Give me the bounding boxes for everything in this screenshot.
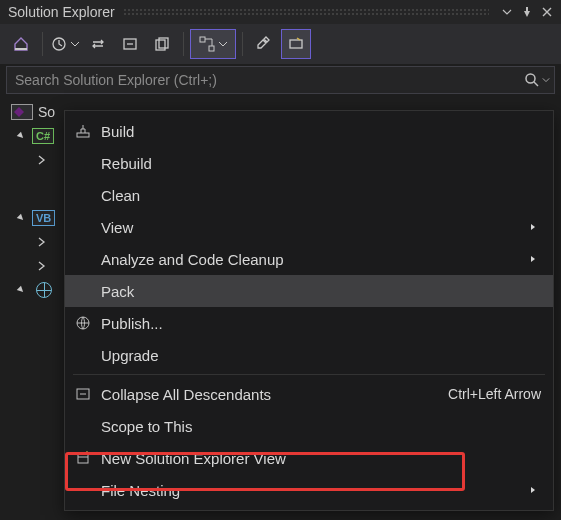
menu-item-pack[interactable]: Pack [65,275,553,307]
toolbar-separator [242,32,243,56]
menu-item-new-solution-explorer-view[interactable]: New Solution Explorer View [65,442,553,474]
search-bar [6,66,555,94]
toolbar-separator [183,32,184,56]
submenu-arrow-icon [525,223,541,231]
collapse-all-button[interactable] [115,29,145,59]
menu-item-analyze[interactable]: Analyze and Code Cleanup [65,243,553,275]
expander-closed-icon[interactable] [34,153,48,167]
toolbar [0,24,561,64]
chevron-down-icon [70,35,80,53]
publish-icon [65,315,101,331]
svg-rect-5 [200,37,205,42]
menu-item-build[interactable]: Build [65,115,553,147]
window-dropdown-icon[interactable] [497,2,517,22]
submenu-arrow-icon [525,255,541,263]
svg-rect-6 [209,46,214,51]
panel-titlebar: Solution Explorer [0,0,561,24]
menu-item-collapse-all[interactable]: Collapse All Descendants Ctrl+Left Arrow [65,378,553,410]
expander-closed-icon[interactable] [34,259,48,273]
panel-title: Solution Explorer [8,4,115,20]
menu-separator [73,374,545,375]
context-menu: Build Rebuild Clean View Analyze and Cod… [64,110,554,511]
menu-item-upgrade[interactable]: Upgrade [65,339,553,371]
sync-button[interactable] [83,29,113,59]
new-view-icon [65,450,101,466]
chevron-down-icon [218,35,228,53]
build-icon [65,123,101,139]
expander-open-icon[interactable] [14,129,28,143]
view-switch-button[interactable] [190,29,236,59]
titlebar-grip[interactable] [123,8,489,16]
svg-rect-7 [290,40,302,48]
vb-badge-icon: VB [32,210,55,226]
toolbar-separator [42,32,43,56]
solution-icon [10,103,34,121]
svg-point-8 [526,74,535,83]
menu-item-rebuild[interactable]: Rebuild [65,147,553,179]
menu-item-publish[interactable]: Publish... [65,307,553,339]
show-all-files-button[interactable] [147,29,177,59]
svg-rect-12 [78,454,88,463]
svg-rect-9 [77,133,89,137]
menu-item-view[interactable]: View [65,211,553,243]
menu-item-file-nesting[interactable]: File Nesting [65,474,553,506]
expander-open-icon[interactable] [14,211,28,225]
expander-open-icon[interactable] [14,283,28,297]
menu-shortcut: Ctrl+Left Arrow [448,386,541,402]
search-icon[interactable] [520,72,554,88]
preview-button[interactable] [281,29,311,59]
properties-button[interactable] [249,29,279,59]
submenu-arrow-icon [525,486,541,494]
globe-icon [32,281,56,299]
collapse-icon [65,386,101,402]
close-icon[interactable] [537,2,557,22]
menu-item-scope[interactable]: Scope to This [65,410,553,442]
solution-label: So [38,104,55,120]
search-input[interactable] [7,72,520,88]
pin-icon[interactable] [517,2,537,22]
home-button[interactable] [6,29,36,59]
svg-rect-0 [15,48,27,50]
expander-closed-icon[interactable] [34,235,48,249]
history-button[interactable] [49,29,81,59]
menu-item-clean[interactable]: Clean [65,179,553,211]
csharp-badge-icon: C# [32,128,54,144]
